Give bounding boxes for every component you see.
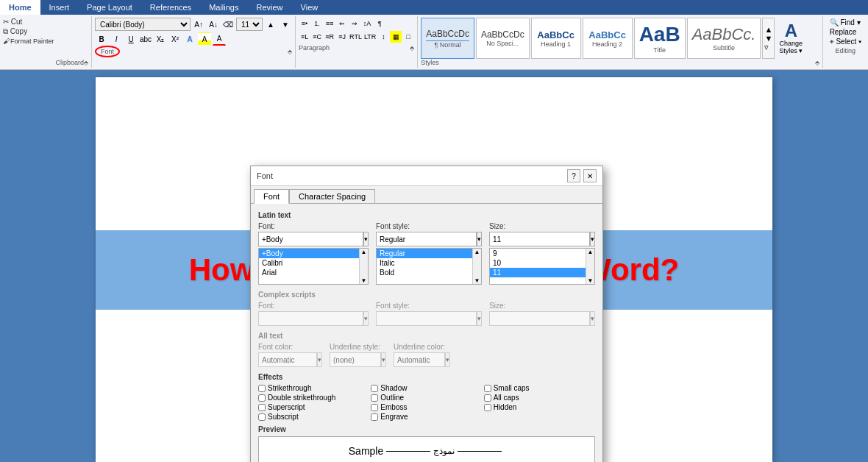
tab-page-layout[interactable]: Page Layout — [78, 0, 141, 15]
scroll-down-icon[interactable]: ▼ — [764, 34, 772, 43]
font-name-input[interactable] — [258, 232, 363, 246]
double-strikethrough-checkbox[interactable] — [258, 394, 266, 402]
size-9[interactable]: 9 — [490, 249, 594, 258]
text-effect-button[interactable]: A — [183, 32, 196, 46]
dialog-tab-font[interactable]: Font — [254, 189, 289, 204]
font-list[interactable]: +Body Calibri Arial ▲ ▼ — [258, 248, 369, 285]
size-list-scrollbar[interactable]: ▲ ▼ — [586, 249, 594, 284]
style-italic[interactable]: Italic — [377, 258, 481, 268]
font-list-item[interactable]: Arial — [259, 268, 368, 277]
effect-outline[interactable]: Outline — [371, 394, 482, 402]
sort-button[interactable]: ↕A — [361, 18, 373, 29]
ltr-button[interactable]: LTR — [363, 31, 377, 43]
size-scrollbar-down[interactable]: ▼ — [588, 277, 594, 284]
bullets-button[interactable]: ≡• — [299, 18, 310, 29]
effect-hidden[interactable]: Hidden — [484, 403, 595, 411]
align-center-button[interactable]: ≡C — [311, 31, 323, 43]
shading-button[interactable]: ▦ — [390, 31, 402, 43]
italic-button[interactable]: I — [110, 32, 123, 46]
size-10[interactable]: 10 — [490, 258, 594, 268]
dialog-tab-character-spacing[interactable]: Character Spacing — [289, 189, 375, 203]
tab-review[interactable]: Review — [247, 0, 291, 15]
change-styles-button[interactable]: ChangeStyles ▾ — [779, 40, 803, 54]
tab-references[interactable]: References — [141, 0, 200, 15]
strikethrough-button[interactable]: abc — [139, 32, 152, 46]
strikethrough-checkbox[interactable] — [258, 385, 266, 392]
more-styles-icon[interactable]: ▿ — [764, 43, 772, 52]
styles-expand-icon[interactable]: ⬘ — [815, 60, 819, 66]
font-color-input[interactable] — [258, 352, 317, 367]
font-scrollbar-down[interactable]: ▼ — [361, 277, 367, 284]
underline-button[interactable]: U — [124, 32, 138, 46]
font-color-dropdown[interactable]: ▾ — [317, 352, 322, 367]
effect-shadow[interactable]: Shadow — [371, 384, 482, 392]
underline-style-dropdown[interactable]: ▾ — [381, 352, 386, 367]
all-caps-checkbox[interactable] — [484, 394, 491, 402]
engrave-checkbox[interactable] — [371, 413, 378, 421]
font-size-select[interactable]: 11 — [236, 18, 263, 31]
find-button[interactable]: 🔍 Find ▾ — [829, 18, 862, 27]
cs-style-dropdown[interactable]: ▾ — [477, 311, 482, 326]
style-list-scrollbar[interactable]: ▲ ▼ — [472, 249, 481, 284]
font-list-item[interactable]: Calibri — [259, 258, 368, 268]
rtl-button[interactable]: RTL — [349, 31, 363, 43]
font-color-button[interactable]: A — [213, 32, 226, 46]
replace-button[interactable]: Replace — [829, 27, 862, 37]
dialog-help-button[interactable]: ? — [567, 169, 580, 182]
font-dropdown-button[interactable]: ▾ — [363, 232, 369, 246]
format-painter-button[interactable]: 🖌 Format Painter — [3, 38, 54, 45]
dialog-close-button[interactable]: ✕ — [583, 169, 597, 182]
font-grow-button[interactable]: A↑ — [192, 18, 205, 31]
font-scrollbar-up[interactable]: ▲ — [361, 249, 367, 255]
style-no-spacing[interactable]: AaBbCcDc No Spaci... — [476, 18, 530, 59]
size-scrollbar-up[interactable]: ▲ — [588, 249, 594, 255]
effect-strikethrough[interactable]: Strikethrough — [258, 384, 369, 392]
size-11[interactable]: 11 — [490, 268, 594, 277]
hidden-checkbox[interactable] — [484, 404, 491, 411]
cs-style-input[interactable] — [376, 311, 477, 326]
increase-indent-button[interactable]: ⇒ — [349, 18, 360, 29]
numbering-button[interactable]: 1. — [311, 18, 323, 29]
font-shrink-button[interactable]: A↓ — [207, 18, 220, 31]
paragraph-expand-icon[interactable]: ⬘ — [410, 45, 414, 51]
size-list[interactable]: 9 10 11 ▲ ▼ — [489, 248, 595, 285]
show-marks-button[interactable]: ¶ — [374, 18, 385, 29]
clear-formatting-button[interactable]: ⌫ — [221, 18, 235, 31]
style-heading2[interactable]: AaBbCc Heading 2 — [583, 18, 633, 59]
tab-home[interactable]: Home — [0, 0, 40, 15]
cs-font-dropdown[interactable]: ▾ — [363, 311, 369, 326]
style-dropdown-button[interactable]: ▾ — [477, 232, 482, 246]
cs-font-input[interactable] — [258, 311, 363, 326]
font-expand-icon[interactable]: ⬘ — [288, 49, 292, 55]
justify-button[interactable]: ≡J — [336, 31, 348, 43]
select-button[interactable]: ⌖ Select ▾ — [829, 37, 862, 47]
effect-double-strikethrough[interactable]: Double strikethrough — [258, 394, 369, 402]
superscript-button[interactable]: X² — [168, 32, 182, 46]
size-dropdown-button[interactable]: ▾ — [590, 232, 595, 246]
bold-button[interactable]: B — [95, 32, 108, 46]
superscript-checkbox[interactable] — [258, 404, 266, 411]
line-spacing-button[interactable]: ↕ — [377, 31, 389, 43]
align-right-button[interactable]: ≡R — [324, 31, 335, 43]
style-subtitle[interactable]: AaBbCc. Subtitle — [687, 18, 761, 59]
scroll-up-icon[interactable]: ▲ — [764, 25, 772, 34]
style-heading1[interactable]: AaBbCc Heading 1 — [531, 18, 581, 59]
effect-subscript[interactable]: Subscript — [258, 413, 369, 421]
small-caps-checkbox[interactable] — [484, 385, 491, 392]
multilevel-list-button[interactable]: ≡≡ — [324, 18, 335, 29]
style-list[interactable]: Regular Italic Bold ▲ ▼ — [376, 248, 482, 285]
clipboard-expand-icon[interactable]: ⬘ — [84, 60, 88, 66]
cut-button[interactable]: ✂ Cut — [3, 18, 54, 26]
underline-color-input[interactable] — [394, 352, 445, 367]
effect-emboss[interactable]: Emboss — [371, 403, 482, 411]
style-input[interactable] — [376, 232, 477, 246]
cs-size-input[interactable] — [489, 311, 590, 326]
font-size-down-button[interactable]: ▼ — [279, 18, 292, 31]
styles-scroll[interactable]: ▲ ▼ ▿ — [762, 18, 775, 59]
subscript-checkbox[interactable] — [258, 413, 266, 421]
style-bold[interactable]: Bold — [377, 268, 481, 277]
tab-mailings[interactable]: Mailings — [200, 0, 247, 15]
outline-checkbox[interactable] — [371, 394, 378, 402]
effect-superscript[interactable]: Superscript — [258, 403, 369, 411]
font-list-scrollbar[interactable]: ▲ ▼ — [359, 249, 368, 284]
